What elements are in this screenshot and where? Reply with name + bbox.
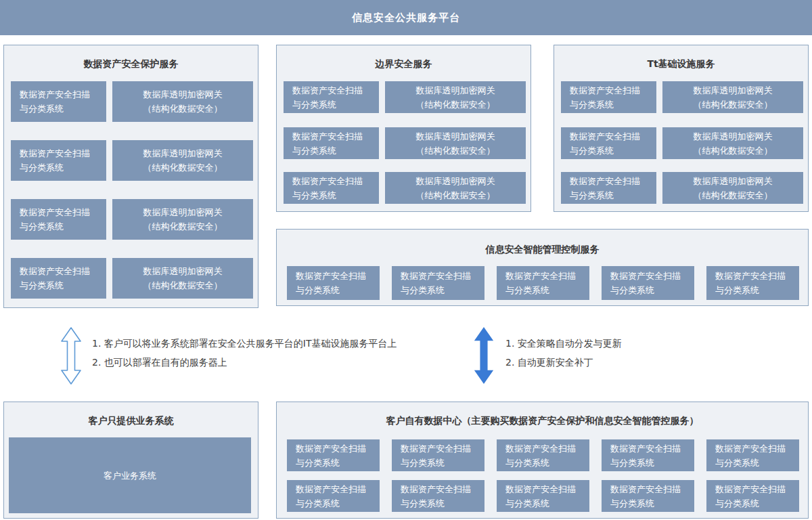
service-box-data-scan: 数据资产安全扫描 与分类系统 <box>561 127 656 159</box>
service-box-data-scan: 数据资产安全扫描 与分类系统 <box>497 480 589 512</box>
panel-customer-data-center: 客户自有数据中心（主要购买数据资产安全保护和信息安全智能管控服务） 数据资产安全… <box>276 402 809 519</box>
service-box-db-gateway: 数据库透明加密网关 （结构化数据安全） <box>112 258 253 299</box>
service-box-data-scan: 数据资产安全扫描 与分类系统 <box>602 480 694 512</box>
service-box-db-gateway: 数据库透明加密网关 （结构化数据安全） <box>662 81 803 113</box>
service-box-db-gateway: 数据库透明加密网关 （结构化数据安全） <box>385 127 526 159</box>
deployment-notes: 1. 客户可以将业务系统部署在安全公共服务平台的IT基础设施服务平台上 2. 也… <box>92 334 397 372</box>
service-box-data-scan: 数据资产安全扫描 与分类系统 <box>11 258 106 299</box>
service-box-data-scan: 数据资产安全扫描 与分类系统 <box>284 81 379 113</box>
deployment-note-1: 1. 客户可以将业务系统部署在安全公共服务平台的IT基础设施服务平台上 <box>92 334 397 353</box>
double-arrow-outline-icon <box>61 327 81 385</box>
service-box-data-scan: 数据资产安全扫描 与分类系统 <box>392 480 484 512</box>
service-box-db-gateway: 数据库透明加密网关 （结构化数据安全） <box>662 172 803 204</box>
update-note-1: 1. 安全策略自动分发与更新 <box>505 334 622 353</box>
deployment-note-2: 2. 也可以部署在自有的服务器上 <box>92 353 397 372</box>
service-box-data-scan: 数据资产安全扫描 与分类系统 <box>561 81 656 113</box>
service-box-data-scan: 数据资产安全扫描 与分类系统 <box>497 266 589 300</box>
panel-it-infrastructure-title: Tt基础设施服务 <box>554 45 808 70</box>
panel-boundary-security: 边界安全服务 数据资产安全扫描 与分类系统 数据库透明加密网关 （结构化数据安全… <box>276 45 531 212</box>
service-box-data-scan: 数据资产安全扫描 与分类系统 <box>706 480 799 512</box>
service-box-data-scan: 数据资产安全扫描 与分类系统 <box>287 266 380 300</box>
service-box-db-gateway: 数据库透明加密网关 （结构化数据安全） <box>112 199 253 240</box>
service-box-data-scan: 数据资产安全扫描 与分类系统 <box>497 439 589 471</box>
update-notes: 1. 安全策略自动分发与更新 2. 自动更新安全补丁 <box>505 334 622 372</box>
customer-business-system-box: 客户业务系统 <box>9 437 251 513</box>
service-box-db-gateway: 数据库透明加密网关 （结构化数据安全） <box>385 81 526 113</box>
service-box-db-gateway: 数据库透明加密网关 （结构化数据安全） <box>662 127 803 159</box>
panel-customer-business-system: 客户只提供业务系统 客户业务系统 <box>3 402 258 519</box>
service-box-db-gateway: 数据库透明加密网关 （结构化数据安全） <box>112 81 253 122</box>
service-box-data-scan: 数据资产安全扫描 与分类系统 <box>284 127 379 159</box>
service-box-data-scan: 数据资产安全扫描 与分类系统 <box>706 266 799 300</box>
platform-banner-title: 信息安全公共服务平台 <box>352 12 460 24</box>
service-box-data-scan: 数据资产安全扫描 与分类系统 <box>392 439 484 471</box>
panel-data-asset-protection-title: 数据资产安全保护服务 <box>4 45 258 70</box>
panel-it-infrastructure: Tt基础设施服务 数据资产安全扫描 与分类系统 数据库透明加密网关 （结构化数据… <box>554 45 809 212</box>
service-box-db-gateway: 数据库透明加密网关 （结构化数据安全） <box>112 140 253 181</box>
double-arrow-solid-icon <box>473 326 495 385</box>
service-box-data-scan: 数据资产安全扫描 与分类系统 <box>11 81 106 122</box>
service-box-data-scan: 数据资产安全扫描 与分类系统 <box>706 439 799 471</box>
service-box-data-scan: 数据资产安全扫描 与分类系统 <box>602 439 694 471</box>
service-box-data-scan: 数据资产安全扫描 与分类系统 <box>287 439 380 471</box>
panel-customer-data-center-title: 客户自有数据中心（主要购买数据资产安全保护和信息安全智能管控服务） <box>277 402 808 427</box>
service-box-data-scan: 数据资产安全扫描 与分类系统 <box>287 480 380 512</box>
update-note-2: 2. 自动更新安全补丁 <box>505 353 622 372</box>
panel-data-asset-protection: 数据资产安全保护服务 数据资产安全扫描 与分类系统 数据库透明加密网关 （结构化… <box>3 45 258 308</box>
service-box-db-gateway: 数据库透明加密网关 （结构化数据安全） <box>385 172 526 204</box>
service-box-data-scan: 数据资产安全扫描 与分类系统 <box>602 266 694 300</box>
service-box-data-scan: 数据资产安全扫描 与分类系统 <box>392 266 484 300</box>
panel-intelligent-control: 信息安全智能管理控制服务 数据资产安全扫描 与分类系统 数据资产安全扫描 与分类… <box>276 229 809 306</box>
platform-banner: 信息安全公共服务平台 <box>0 0 812 35</box>
panel-boundary-security-title: 边界安全服务 <box>277 45 531 70</box>
service-box-data-scan: 数据资产安全扫描 与分类系统 <box>284 172 379 204</box>
service-box-data-scan: 数据资产安全扫描 与分类系统 <box>561 172 656 204</box>
panel-customer-business-system-title: 客户只提供业务系统 <box>4 402 258 427</box>
service-box-data-scan: 数据资产安全扫描 与分类系统 <box>11 140 106 181</box>
panel-intelligent-control-title: 信息安全智能管理控制服务 <box>277 230 808 256</box>
service-box-data-scan: 数据资产安全扫描 与分类系统 <box>11 199 106 240</box>
